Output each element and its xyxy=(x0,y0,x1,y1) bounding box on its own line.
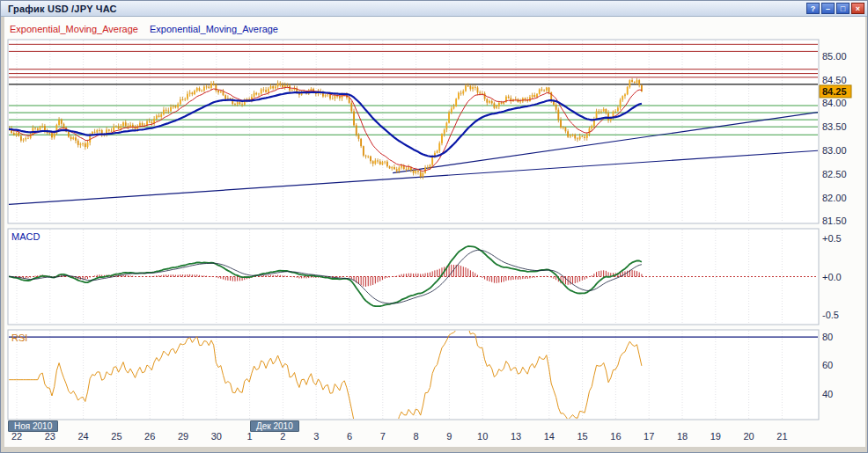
svg-text:+0.0: +0.0 xyxy=(822,272,842,282)
chart-window: 2223242526293012367891013141516171819202… xyxy=(0,0,868,453)
window-title: График USD /JPY ЧАС xyxy=(8,4,117,14)
indicator-legend: Exponential_Moving_Average Exponential_M… xyxy=(10,24,287,34)
svg-text:83.50: 83.50 xyxy=(822,121,847,132)
svg-text:10: 10 xyxy=(477,431,488,442)
svg-text:18: 18 xyxy=(677,431,688,442)
svg-text:15: 15 xyxy=(577,431,587,442)
svg-text:84.25: 84.25 xyxy=(822,86,847,97)
minimize-button[interactable]: – xyxy=(821,3,835,14)
rsi-panel-frame xyxy=(8,330,819,420)
svg-text:+0.5: +0.5 xyxy=(822,233,842,244)
month-label-dec: Дек 2010 xyxy=(250,420,299,432)
svg-text:30: 30 xyxy=(211,431,222,442)
svg-text:81.50: 81.50 xyxy=(822,216,847,226)
svg-text:-0.5: -0.5 xyxy=(822,310,839,320)
svg-text:40: 40 xyxy=(822,389,833,399)
svg-text:84.50: 84.50 xyxy=(822,75,847,85)
chart-canvas[interactable]: 2223242526293012367891013141516171819202… xyxy=(1,1,868,453)
legend-ema-fast[interactable]: Exponential_Moving_Average xyxy=(10,24,138,34)
svg-text:13: 13 xyxy=(511,431,521,442)
svg-text:26: 26 xyxy=(144,431,155,442)
svg-text:22: 22 xyxy=(11,431,22,442)
svg-text:14: 14 xyxy=(544,431,555,442)
svg-text:8: 8 xyxy=(414,431,419,442)
svg-text:7: 7 xyxy=(380,431,386,442)
svg-text:3: 3 xyxy=(313,431,319,442)
svg-text:24: 24 xyxy=(77,431,88,442)
window-controls: ? – □ × xyxy=(806,3,864,14)
svg-text:82.50: 82.50 xyxy=(822,169,847,179)
svg-text:80: 80 xyxy=(822,332,833,342)
svg-text:1: 1 xyxy=(247,431,253,442)
window-titlebar[interactable]: График USD /JPY ЧАС ? – □ × xyxy=(1,1,867,17)
svg-text:6: 6 xyxy=(347,431,352,442)
svg-text:29: 29 xyxy=(178,431,188,442)
svg-text:9: 9 xyxy=(446,431,452,442)
svg-text:17: 17 xyxy=(644,431,654,442)
svg-text:16: 16 xyxy=(610,431,621,442)
svg-text:83.00: 83.00 xyxy=(822,145,847,156)
svg-text:60: 60 xyxy=(822,360,833,370)
svg-text:2: 2 xyxy=(280,431,285,442)
svg-text:20: 20 xyxy=(743,431,754,442)
svg-text:19: 19 xyxy=(710,431,721,442)
rsi-panel-label: RSI xyxy=(11,332,27,343)
close-button[interactable]: × xyxy=(851,3,864,14)
legend-ema-slow[interactable]: Exponential_Moving_Average xyxy=(150,24,278,34)
svg-text:25: 25 xyxy=(111,431,121,442)
month-label-nov: Ноя 2010 xyxy=(8,420,58,432)
svg-text:82.00: 82.00 xyxy=(822,193,847,203)
macd-panel-label: MACD xyxy=(11,231,40,242)
svg-text:84.00: 84.00 xyxy=(822,98,847,108)
svg-text:21: 21 xyxy=(776,431,787,442)
svg-text:85.00: 85.00 xyxy=(822,51,847,62)
maximize-button[interactable]: □ xyxy=(836,3,850,14)
current-price-tag: 84.25 xyxy=(820,85,851,98)
help-button[interactable]: ? xyxy=(806,3,820,14)
svg-text:23: 23 xyxy=(45,431,55,442)
